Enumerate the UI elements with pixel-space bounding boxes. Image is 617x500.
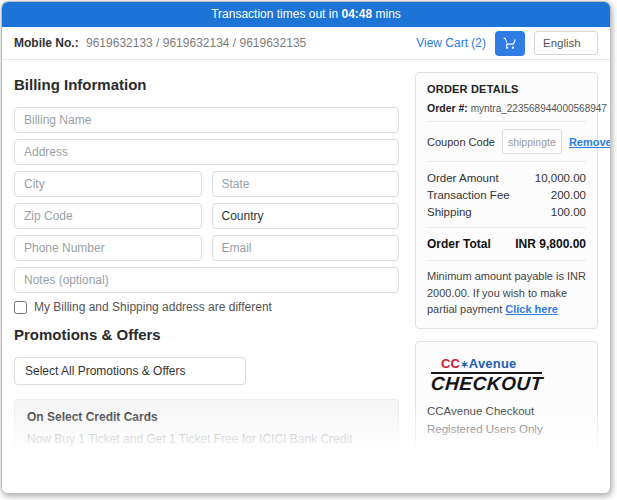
phone-email-row <box>14 235 399 261</box>
divider <box>427 227 586 228</box>
city-state-row <box>14 171 399 197</box>
order-amount-value: 10,000.00 <box>535 172 586 184</box>
timeout-text-prefix: Transaction times out in <box>211 7 341 21</box>
order-number-line: Order #: myntra_223568944000568947 <box>427 102 586 114</box>
promotions-select[interactable]: Select All Promotions & Offers <box>14 357 246 385</box>
transaction-fee-label: Transaction Fee <box>427 189 510 201</box>
order-sidebar: ORDER DETAILS Order #: myntra_2235689440… <box>415 72 598 494</box>
page-body: Billing Information Country My Billing a… <box>2 60 610 494</box>
header-right-group: View Cart (2) English <box>416 31 598 56</box>
ccavenue-checkout-logo: CC✶Avenue CHECKOUT <box>431 354 586 394</box>
cart-icon <box>503 36 517 50</box>
offer-description: Now Buy 1 Ticket and Get 1 Ticket Free f… <box>27 430 386 494</box>
partial-payment-note: Minimum amount payable is INR 2000.00. I… <box>427 268 586 318</box>
mobile-label: Mobile No.: <box>14 36 79 50</box>
shipping-row: Shipping 100.00 <box>427 203 586 220</box>
logo-avenue-text: Avenue <box>469 356 517 371</box>
transaction-fee-row: Transaction Fee 200.00 <box>427 186 586 203</box>
notes-field[interactable] <box>14 267 399 293</box>
promotions-offers-title: Promotions & Offers <box>14 326 399 343</box>
credit-card-offer-box: On Select Credit Cards Now Buy 1 Ticket … <box>14 399 399 494</box>
order-total-label: Order Total <box>427 237 491 251</box>
offer-text: Now Buy 1 Ticket and Get 1 Ticket Free f… <box>27 432 384 494</box>
shipping-different-label: My Billing and Shipping address are diff… <box>34 300 272 314</box>
ccavenue-email-field[interactable] <box>427 448 586 474</box>
coupon-row: Coupon Code Remove <box>427 129 586 154</box>
checkout-page-card: Transaction times out in 04:48 mins Mobi… <box>1 1 611 494</box>
order-number-label: Order #: <box>427 102 468 114</box>
order-number-value: myntra_223568944000568947 <box>471 103 607 114</box>
shipping-label: Shipping <box>427 206 472 218</box>
mobile-info: Mobile No.: 9619632133 / 9619632134 / 96… <box>14 36 306 50</box>
order-details-panel: ORDER DETAILS Order #: myntra_2235689440… <box>415 72 598 329</box>
order-amount-label: Order Amount <box>427 172 499 184</box>
email-field[interactable] <box>212 235 400 261</box>
logo-checkout-text: CHECKOUT <box>430 374 586 394</box>
order-total-row: Order Total INR 9,800.00 <box>427 235 586 253</box>
cart-button[interactable] <box>495 31 525 56</box>
transaction-fee-value: 200.00 <box>551 189 586 201</box>
billing-information-title: Billing Information <box>14 76 399 93</box>
phone-number-field[interactable] <box>14 235 202 261</box>
partial-payment-link[interactable]: Click here <box>505 303 558 315</box>
zip-country-row: Country <box>14 203 399 229</box>
ccavenue-logo-wordmark: CC✶Avenue <box>431 356 542 374</box>
shipping-different-row: My Billing and Shipping address are diff… <box>14 300 399 314</box>
view-cart-link[interactable]: View Cart (2) <box>416 36 486 50</box>
address-field[interactable] <box>14 139 399 165</box>
order-details-title: ORDER DETAILS <box>427 83 586 95</box>
shipping-different-checkbox[interactable] <box>14 301 27 314</box>
divider <box>427 260 586 261</box>
timeout-text-suffix: mins <box>372 7 401 21</box>
coupon-code-input[interactable] <box>502 129 562 154</box>
ccavenue-password-field[interactable] <box>427 484 586 494</box>
coupon-code-label: Coupon Code <box>427 136 495 148</box>
ccavenue-login-panel: CC✶Avenue CHECKOUT CCAvenue Checkout Reg… <box>415 341 598 495</box>
coupon-remove-link[interactable]: Remove <box>569 136 611 148</box>
state-field[interactable] <box>212 171 400 197</box>
timeout-countdown: 04:48 <box>341 7 372 21</box>
page-header: Mobile No.: 9619632133 / 9619632134 / 96… <box>2 27 610 60</box>
shipping-value: 100.00 <box>551 206 586 218</box>
divider <box>427 161 586 162</box>
logo-cc-text: CC <box>441 356 460 371</box>
billing-column: Billing Information Country My Billing a… <box>14 72 399 494</box>
language-selector[interactable]: English <box>534 31 598 55</box>
zip-code-field[interactable] <box>14 203 202 229</box>
registered-users-text: CCAvenue Checkout Registered Users Only <box>427 403 586 438</box>
divider <box>427 121 586 122</box>
city-field[interactable] <box>14 171 202 197</box>
transaction-timeout-bar: Transaction times out in 04:48 mins <box>2 2 610 27</box>
country-select[interactable]: Country <box>212 203 400 229</box>
billing-name-field[interactable] <box>14 107 399 133</box>
offer-title: On Select Credit Cards <box>27 410 386 424</box>
mobile-numbers: 9619632133 / 9619632134 / 9619632135 <box>86 36 306 50</box>
order-total-value: INR 9,800.00 <box>515 237 586 251</box>
order-amount-row: Order Amount 10,000.00 <box>427 169 586 186</box>
logo-star-icon: ✶ <box>460 359 469 370</box>
